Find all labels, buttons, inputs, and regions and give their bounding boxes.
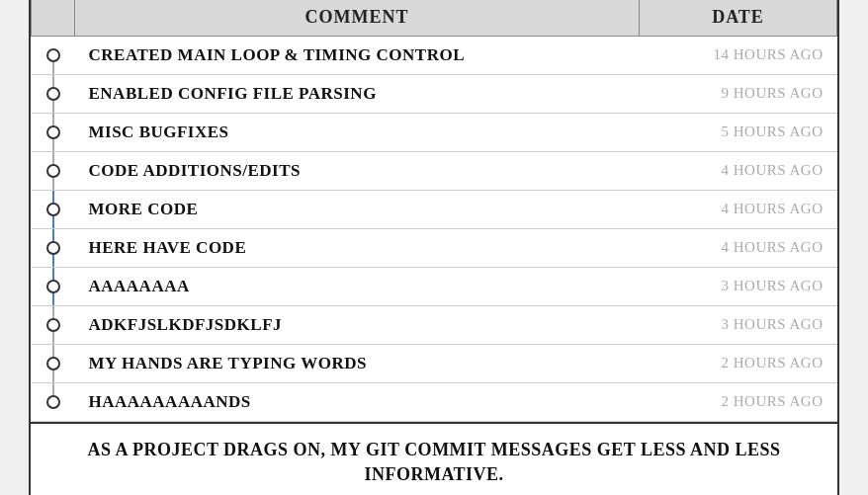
bullet-cell [32,305,75,344]
bullet-cell [32,36,75,74]
commit-date: 4 HOURs AGO [640,228,837,267]
table-row: ADKFJSLKDFJSDKLFJ3 HOURs AGO [32,305,837,344]
table-row: HAAAAAAAAANDS2 HOURs AGO [32,382,837,421]
commit-comment: Here Have Code [75,228,640,267]
main-container: Comment Date Created Main Loop & Timing … [29,0,839,495]
header-comment: Comment [75,0,640,36]
caption-text: As a project drags on, my Git commit mes… [31,424,837,495]
table-row: My Hands Are Typing Words2 Hours Ago [32,344,837,382]
commits-table: Comment Date Created Main Loop & Timing … [31,0,837,422]
commit-bullet [46,241,60,255]
commit-date: 2 HOURs AGO [640,382,837,421]
bullet-cell [32,382,75,421]
commit-bullet [46,203,60,216]
commit-comment: Misc Bugfixes [75,113,640,151]
commit-date: 3 HOURs AGo [640,267,837,305]
commit-date: 4 HOURs AGO [640,151,837,190]
table-row: Here Have Code4 HOURs AGO [32,228,837,267]
header-date: Date [640,0,837,36]
table-row: AAAAAAAA3 HOURs AGo [32,267,837,305]
commit-bullet [46,357,60,371]
commit-comment: AAAAAAAA [75,267,640,305]
commit-date: 14 Hours Ago [640,36,837,74]
bullet-cell [32,113,75,151]
commit-comment: Created Main Loop & Timing Control [75,36,640,74]
commit-date: 4 HouRs AGo [640,190,837,228]
commit-bullet [46,318,60,332]
table-row: Created Main Loop & Timing Control14 Hou… [32,36,837,74]
commit-date: 3 HOURs AGO [640,305,837,344]
commit-date: 9 HOURs AGO [640,74,837,113]
commit-date: 5 HOURs AGO [640,113,837,151]
commit-bullet [46,48,60,62]
bullet-cell [32,74,75,113]
commit-bullet [46,395,60,409]
bullet-cell [32,190,75,228]
commit-comment: More Code [75,190,640,228]
table-row: Code Additions/Edits4 HOURs AGO [32,151,837,190]
commit-comment: Enabled Config File Parsing [75,74,640,113]
commit-comment: ADKFJSLKDFJSDKLFJ [75,305,640,344]
table-row: Enabled Config File Parsing9 HOURs AGO [32,74,837,113]
bullet-cell [32,228,75,267]
table-wrapper: Comment Date Created Main Loop & Timing … [31,0,837,424]
commit-date: 2 Hours Ago [640,344,837,382]
bullet-cell [32,344,75,382]
commit-bullet [46,125,60,139]
commit-bullet [46,280,60,293]
commit-comment: HAAAAAAAAANDS [75,382,640,421]
table-row: Misc Bugfixes5 HOURs AGO [32,113,837,151]
commit-bullet [46,164,60,178]
commit-bullet [46,87,60,101]
header-bullet [32,0,75,36]
bullet-cell [32,151,75,190]
table-row: More Code4 HouRs AGo [32,190,837,228]
commit-comment: Code Additions/Edits [75,151,640,190]
commit-comment: My Hands Are Typing Words [75,344,640,382]
bullet-cell [32,267,75,305]
